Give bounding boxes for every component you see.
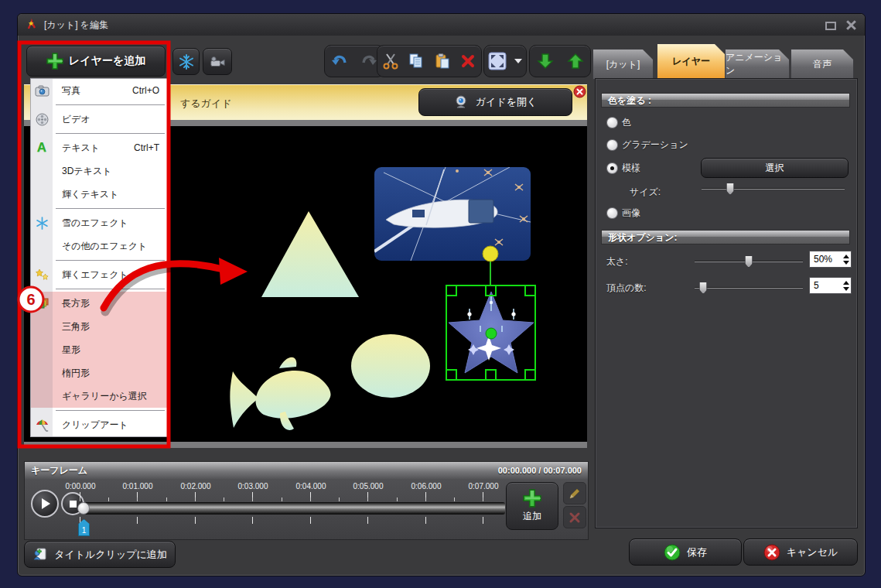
cancel-button[interactable]: キャンセル [743,538,858,566]
layer-panel: 色を塗る : 色 グラデーション 模様 選択 サイズ: 画像 形状オプション: … [595,78,858,528]
triangle-shape[interactable] [261,211,359,297]
spin-down-icon[interactable] [843,261,849,265]
spin-up-icon[interactable] [843,255,849,258]
text-a-icon: A [31,140,53,156]
menu-separator [56,208,165,209]
star-layer-selected[interactable] [446,246,535,380]
cut-icon[interactable] [382,53,399,70]
spin-down-icon[interactable] [843,287,849,291]
menu-item-other-effects[interactable]: その他のエフェクト [31,234,167,258]
ruler-label: 0:02.000 [172,482,220,491]
menu-item-gallery-select[interactable]: ギャラリーから選択 [31,385,167,408]
slider-thumb[interactable] [745,255,753,268]
tab-layer[interactable]: レイヤー [657,43,726,80]
redo-icon[interactable] [360,53,377,70]
menu-item-text[interactable]: A テキスト Ctrl+T [31,136,167,159]
radio-gradient[interactable] [606,139,618,151]
chevron-down-icon[interactable] [514,59,522,63]
umbrella-icon [31,418,53,432]
ruler-label: 0:05.000 [344,482,392,491]
vertices-slider[interactable] [695,281,803,295]
size-slider[interactable] [702,182,845,196]
add-layer-menu: 写真 Ctrl+O ビデオ A テキスト Ctrl+T 3Dテキスト 輝くテキス… [30,78,168,437]
plus-icon [523,489,541,508]
delete-icon[interactable] [459,53,476,70]
vertices-label: 頂点の数: [606,282,647,295]
snowflake-icon [178,53,195,70]
fish-tail[interactable] [230,371,258,428]
move-down-icon[interactable] [537,53,554,70]
menu-item-3d-text[interactable]: 3Dテキスト [31,159,167,183]
menu-item-ellipse[interactable]: 楕円形 [31,361,167,385]
vertices-spinner[interactable]: 5 [809,277,852,294]
menu-item-video[interactable]: ビデオ [31,108,167,131]
move-up-icon[interactable] [567,53,584,70]
camera-icon [31,85,53,97]
paste-icon[interactable] [434,53,451,70]
edit-keyframe-button[interactable] [563,482,586,504]
menu-item-triangle[interactable]: 三角形 [31,315,167,338]
copy-icon[interactable] [408,53,425,70]
radio-pattern-label: 模様 [622,162,640,175]
add-layer-button[interactable]: レイヤーを追加 [26,46,166,77]
close-icon[interactable] [846,20,857,29]
ruler-label: 0:01.000 [114,482,162,491]
menu-item-star[interactable]: 星形 [31,338,167,361]
tab-cut[interactable]: [カット] [592,49,654,80]
slider-thumb[interactable] [699,282,708,294]
undo-icon[interactable] [331,53,348,70]
radio-image[interactable] [606,207,618,219]
x-circle-icon [763,544,780,561]
fish-shape[interactable] [255,371,330,419]
boat-image-layer[interactable] [374,167,531,261]
tab-audio[interactable]: 音声 [791,49,854,80]
app-icon [26,19,38,31]
title-clip-icon [32,547,48,562]
pattern-select-button[interactable]: 選択 [701,158,849,178]
slider-thumb[interactable] [726,183,735,195]
maximize-icon[interactable] [825,20,835,29]
radio-pattern[interactable] [606,162,618,174]
thickness-spinner[interactable]: 50% [809,251,852,268]
add-keyframe-button[interactable]: 追加 [506,482,558,530]
delete-keyframe-button[interactable] [563,506,586,528]
stars-icon [31,268,53,282]
menu-item-clipart[interactable]: クリップアート [31,413,167,436]
film-reel-icon [31,113,53,126]
menu-item-rectangle[interactable]: 長方形 [31,292,167,315]
banner-close-icon[interactable] [573,85,586,98]
spin-up-icon[interactable] [843,281,849,285]
guide-banner-text: するガイド [180,97,232,111]
zoom-fit-group [483,45,527,77]
stop-icon [70,501,77,508]
menu-item-snow-effect[interactable]: 雪のエフェクト [31,211,167,234]
open-guide-button[interactable]: ガイドを開く [418,88,572,116]
size-label: サイズ: [630,186,661,199]
snow-effect-button[interactable] [172,48,200,75]
ellipse-shape[interactable] [351,334,430,398]
plus-icon [46,53,63,70]
save-button[interactable]: 保存 [629,538,742,566]
radio-color[interactable] [606,117,618,128]
star-center-handle[interactable] [486,328,497,339]
menu-item-glow-text[interactable]: 輝くテキスト [31,183,167,206]
menu-separator [56,289,165,289]
play-button[interactable] [31,490,59,518]
playhead[interactable] [77,502,90,514]
radio-color-label: 色 [622,116,631,129]
rotation-handle[interactable] [483,246,498,262]
dialog-title: [カット] を編集 [44,19,108,32]
menu-item-photo[interactable]: 写真 Ctrl+O [31,79,167,102]
menu-item-glow-effect[interactable]: 輝くエフェクト [31,263,167,286]
video-camera-button[interactable] [203,48,232,75]
keyframe-timeline: キーフレーム 00:00.000 / 00:07.000 0:00.000 0:… [24,461,589,540]
add-to-title-clip-button[interactable]: タイトルクリップに追加 [24,541,176,568]
tab-animation[interactable]: アニメーション [725,49,790,80]
undo-redo-group [324,45,384,77]
fish-dorsal-fin [279,357,296,368]
snowflake-icon [31,217,53,230]
timeline-track[interactable] [84,502,505,514]
timeline-title: キーフレーム [31,464,87,477]
thickness-slider[interactable] [695,255,803,268]
fit-screen-icon[interactable] [488,52,507,70]
